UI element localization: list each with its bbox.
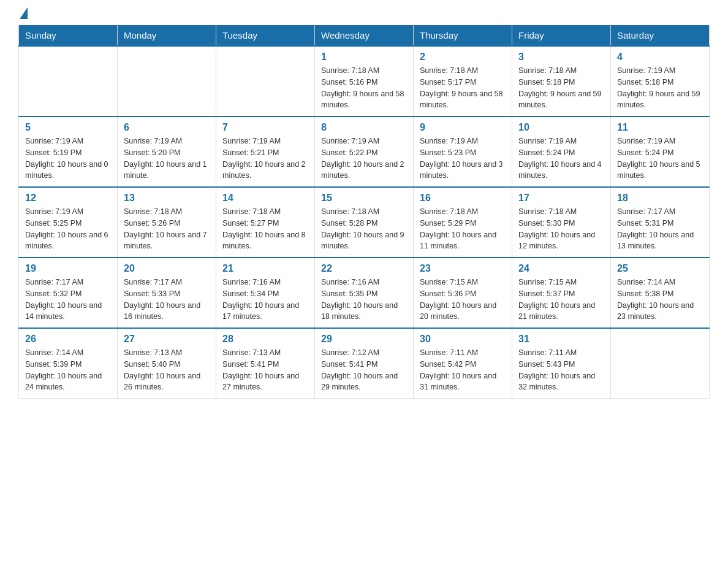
day-info: Sunrise: 7:19 AM Sunset: 5:25 PM Dayligh… [25, 206, 111, 252]
day-info: Sunrise: 7:19 AM Sunset: 5:22 PM Dayligh… [321, 136, 407, 182]
day-info: Sunrise: 7:19 AM Sunset: 5:24 PM Dayligh… [518, 136, 604, 182]
day-number: 30 [420, 334, 506, 345]
calendar-header-row: SundayMondayTuesdayWednesdayThursdayFrid… [19, 25, 710, 46]
day-info: Sunrise: 7:11 AM Sunset: 5:42 PM Dayligh… [420, 347, 506, 393]
calendar-day-cell: 25Sunrise: 7:14 AM Sunset: 5:38 PM Dayli… [611, 258, 710, 328]
calendar-weekday-header: Tuesday [216, 25, 315, 46]
day-number: 20 [124, 263, 210, 274]
day-info: Sunrise: 7:11 AM Sunset: 5:43 PM Dayligh… [518, 347, 604, 393]
day-number: 3 [518, 52, 604, 63]
logo [18, 12, 28, 19]
day-number: 10 [518, 122, 604, 133]
calendar-day-cell: 15Sunrise: 7:18 AM Sunset: 5:28 PM Dayli… [315, 187, 414, 258]
day-info: Sunrise: 7:14 AM Sunset: 5:39 PM Dayligh… [25, 347, 111, 393]
day-number: 5 [25, 122, 111, 133]
day-number: 22 [321, 263, 407, 274]
day-number: 6 [124, 122, 210, 133]
calendar-day-cell: 28Sunrise: 7:13 AM Sunset: 5:41 PM Dayli… [216, 328, 315, 399]
calendar-week-row: 1Sunrise: 7:18 AM Sunset: 5:16 PM Daylig… [19, 46, 710, 117]
day-info: Sunrise: 7:18 AM Sunset: 5:18 PM Dayligh… [518, 65, 604, 111]
calendar-day-cell: 7Sunrise: 7:19 AM Sunset: 5:21 PM Daylig… [216, 117, 315, 187]
calendar-day-cell: 27Sunrise: 7:13 AM Sunset: 5:40 PM Dayli… [118, 328, 216, 399]
calendar-day-cell: 26Sunrise: 7:14 AM Sunset: 5:39 PM Dayli… [19, 328, 118, 399]
calendar-weekday-header: Wednesday [315, 25, 414, 46]
day-info: Sunrise: 7:13 AM Sunset: 5:41 PM Dayligh… [222, 347, 308, 393]
day-number: 31 [518, 334, 604, 345]
day-info: Sunrise: 7:12 AM Sunset: 5:41 PM Dayligh… [321, 347, 407, 393]
calendar-day-cell: 11Sunrise: 7:19 AM Sunset: 5:24 PM Dayli… [611, 117, 710, 187]
calendar-day-cell: 17Sunrise: 7:18 AM Sunset: 5:30 PM Dayli… [512, 187, 611, 258]
calendar-day-cell [118, 46, 216, 117]
day-number: 25 [617, 263, 703, 274]
calendar-day-cell: 16Sunrise: 7:18 AM Sunset: 5:29 PM Dayli… [414, 187, 512, 258]
calendar-day-cell: 22Sunrise: 7:16 AM Sunset: 5:35 PM Dayli… [315, 258, 414, 328]
day-info: Sunrise: 7:19 AM Sunset: 5:19 PM Dayligh… [25, 136, 111, 182]
day-info: Sunrise: 7:17 AM Sunset: 5:32 PM Dayligh… [25, 277, 111, 323]
day-number: 24 [518, 263, 604, 274]
calendar-day-cell: 24Sunrise: 7:15 AM Sunset: 5:37 PM Dayli… [512, 258, 611, 328]
day-number: 13 [124, 193, 210, 204]
calendar-day-cell: 14Sunrise: 7:18 AM Sunset: 5:27 PM Dayli… [216, 187, 315, 258]
calendar-day-cell: 23Sunrise: 7:15 AM Sunset: 5:36 PM Dayli… [414, 258, 512, 328]
calendar-weekday-header: Friday [512, 25, 611, 46]
day-info: Sunrise: 7:19 AM Sunset: 5:24 PM Dayligh… [617, 136, 703, 182]
day-number: 8 [321, 122, 407, 133]
calendar-day-cell: 8Sunrise: 7:19 AM Sunset: 5:22 PM Daylig… [315, 117, 414, 187]
day-number: 19 [25, 263, 111, 274]
calendar-day-cell: 19Sunrise: 7:17 AM Sunset: 5:32 PM Dayli… [19, 258, 118, 328]
day-info: Sunrise: 7:19 AM Sunset: 5:21 PM Dayligh… [222, 136, 308, 182]
day-info: Sunrise: 7:18 AM Sunset: 5:26 PM Dayligh… [124, 206, 210, 252]
day-info: Sunrise: 7:18 AM Sunset: 5:29 PM Dayligh… [420, 206, 506, 252]
calendar-day-cell: 29Sunrise: 7:12 AM Sunset: 5:41 PM Dayli… [315, 328, 414, 399]
day-info: Sunrise: 7:16 AM Sunset: 5:35 PM Dayligh… [321, 277, 407, 323]
day-number: 15 [321, 193, 407, 204]
calendar-weekday-header: Monday [118, 25, 216, 46]
day-number: 7 [222, 122, 308, 133]
day-info: Sunrise: 7:15 AM Sunset: 5:37 PM Dayligh… [518, 277, 604, 323]
day-info: Sunrise: 7:19 AM Sunset: 5:20 PM Dayligh… [124, 136, 210, 182]
calendar-day-cell [216, 46, 315, 117]
calendar-weekday-header: Sunday [19, 25, 118, 46]
calendar-week-row: 12Sunrise: 7:19 AM Sunset: 5:25 PM Dayli… [19, 187, 710, 258]
calendar-day-cell: 21Sunrise: 7:16 AM Sunset: 5:34 PM Dayli… [216, 258, 315, 328]
calendar-day-cell: 1Sunrise: 7:18 AM Sunset: 5:16 PM Daylig… [315, 46, 414, 117]
day-info: Sunrise: 7:17 AM Sunset: 5:31 PM Dayligh… [617, 206, 703, 252]
day-number: 26 [25, 334, 111, 345]
page-header [18, 12, 710, 19]
calendar-day-cell: 4Sunrise: 7:19 AM Sunset: 5:18 PM Daylig… [611, 46, 710, 117]
calendar-weekday-header: Thursday [414, 25, 512, 46]
day-info: Sunrise: 7:18 AM Sunset: 5:30 PM Dayligh… [518, 206, 604, 252]
calendar-day-cell: 31Sunrise: 7:11 AM Sunset: 5:43 PM Dayli… [512, 328, 611, 399]
day-number: 23 [420, 263, 506, 274]
calendar-week-row: 26Sunrise: 7:14 AM Sunset: 5:39 PM Dayli… [19, 328, 710, 399]
day-info: Sunrise: 7:19 AM Sunset: 5:18 PM Dayligh… [617, 65, 703, 111]
calendar-day-cell: 20Sunrise: 7:17 AM Sunset: 5:33 PM Dayli… [118, 258, 216, 328]
day-info: Sunrise: 7:16 AM Sunset: 5:34 PM Dayligh… [222, 277, 308, 323]
calendar-day-cell: 30Sunrise: 7:11 AM Sunset: 5:42 PM Dayli… [414, 328, 512, 399]
day-number: 27 [124, 334, 210, 345]
calendar-weekday-header: Saturday [611, 25, 710, 46]
day-number: 12 [25, 193, 111, 204]
day-info: Sunrise: 7:18 AM Sunset: 5:17 PM Dayligh… [420, 65, 506, 111]
day-number: 18 [617, 193, 703, 204]
day-info: Sunrise: 7:13 AM Sunset: 5:40 PM Dayligh… [124, 347, 210, 393]
calendar-day-cell: 18Sunrise: 7:17 AM Sunset: 5:31 PM Dayli… [611, 187, 710, 258]
day-info: Sunrise: 7:18 AM Sunset: 5:27 PM Dayligh… [222, 206, 308, 252]
calendar-day-cell [19, 46, 118, 117]
day-number: 1 [321, 52, 407, 63]
calendar-day-cell: 2Sunrise: 7:18 AM Sunset: 5:17 PM Daylig… [414, 46, 512, 117]
calendar-table: SundayMondayTuesdayWednesdayThursdayFrid… [18, 25, 710, 399]
day-info: Sunrise: 7:18 AM Sunset: 5:16 PM Dayligh… [321, 65, 407, 111]
day-number: 16 [420, 193, 506, 204]
day-number: 17 [518, 193, 604, 204]
calendar-day-cell: 5Sunrise: 7:19 AM Sunset: 5:19 PM Daylig… [19, 117, 118, 187]
calendar-day-cell: 9Sunrise: 7:19 AM Sunset: 5:23 PM Daylig… [414, 117, 512, 187]
day-number: 11 [617, 122, 703, 133]
day-info: Sunrise: 7:18 AM Sunset: 5:28 PM Dayligh… [321, 206, 407, 252]
calendar-day-cell: 6Sunrise: 7:19 AM Sunset: 5:20 PM Daylig… [118, 117, 216, 187]
calendar-day-cell: 13Sunrise: 7:18 AM Sunset: 5:26 PM Dayli… [118, 187, 216, 258]
day-number: 4 [617, 52, 703, 63]
calendar-day-cell: 12Sunrise: 7:19 AM Sunset: 5:25 PM Dayli… [19, 187, 118, 258]
day-info: Sunrise: 7:14 AM Sunset: 5:38 PM Dayligh… [617, 277, 703, 323]
day-number: 14 [222, 193, 308, 204]
